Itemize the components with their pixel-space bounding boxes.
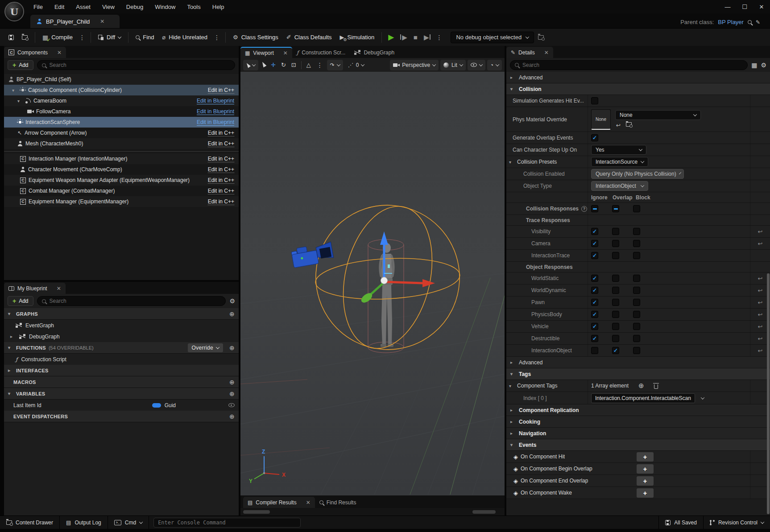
block-checkbox[interactable] (633, 323, 640, 330)
camera-actor[interactable] (291, 242, 334, 268)
perspective-dropdown[interactable]: Perspective (390, 60, 439, 70)
functions-section-header[interactable]: ▾ FUNCTIONS (54 OVERRIDABLE) Override ⊕ (4, 342, 239, 354)
play-options-icon[interactable]: ⋮ (434, 34, 444, 41)
output-log-button[interactable]: ▤ Output Log (60, 516, 108, 529)
close-icon[interactable]: ✕ (283, 50, 288, 56)
block-checkbox[interactable] (633, 299, 640, 306)
horizontal-scrollbar[interactable] (472, 510, 496, 514)
use-selected-asset-icon[interactable]: ↩ (616, 122, 621, 128)
add-variable-icon[interactable]: ⊕ (229, 390, 235, 397)
find-button[interactable]: Find (132, 31, 158, 44)
ignore-checkbox[interactable] (591, 252, 598, 259)
close-icon[interactable]: ✕ (306, 499, 310, 506)
component-row-equipment-weapon-manager[interactable]: C Equipment Weapon Manager Adapter (Equi… (4, 175, 239, 186)
debug-graph-item[interactable]: ▸ DebugGraph (4, 331, 239, 342)
asset-tab-bp-player-child[interactable]: BP_Player_Child ✕ (30, 15, 120, 28)
advanced-section-toggle[interactable]: ▸ Advanced (506, 72, 770, 83)
content-drawer-button[interactable]: Content Drawer (0, 516, 60, 529)
revert-icon[interactable]: ↩ (758, 311, 763, 318)
chevron-down-icon[interactable]: ▾ (8, 345, 13, 350)
menu-tools[interactable]: Tools (182, 2, 205, 12)
block-checkbox[interactable] (633, 287, 640, 294)
cooking-toggle[interactable]: ▸ Cooking (506, 416, 770, 428)
chevron-right-icon[interactable]: ▸ (8, 368, 13, 373)
block-checkbox[interactable] (633, 205, 640, 212)
show-flags-dropdown[interactable] (468, 60, 485, 70)
close-icon[interactable]: ✕ (753, 4, 770, 10)
overlap-checkbox[interactable] (612, 275, 619, 282)
checkbox[interactable] (591, 97, 598, 104)
component-row-mesh[interactable]: Mesh (CharacterMesh0) Edit in C++ (4, 138, 239, 149)
menu-window[interactable]: Window (150, 2, 180, 12)
overlap-checkbox[interactable] (612, 205, 619, 212)
cmd-dropdown[interactable]: >_ Cmd (108, 516, 149, 529)
menu-asset[interactable]: Asset (71, 2, 95, 12)
close-tab-icon[interactable]: ✕ (100, 18, 104, 25)
minimize-icon[interactable]: — (719, 4, 736, 10)
close-icon[interactable]: ✕ (544, 49, 549, 56)
parent-class-link[interactable]: BP Player (718, 19, 744, 25)
override-dropdown[interactable]: Override (188, 343, 223, 352)
menu-edit[interactable]: Edit (50, 2, 69, 12)
details-tab[interactable]: ✎ Details ✕ (506, 47, 553, 58)
browse-debug-object-button[interactable] (534, 31, 548, 44)
close-icon[interactable]: ✕ (57, 285, 61, 292)
component-row-capsule[interactable]: ▾ Capsule Component (CollisionCylinder) … (4, 85, 239, 95)
event-graph-item[interactable]: EventGraph (4, 320, 239, 331)
construction-script-tab[interactable]: ƒ Construction Scr... (292, 47, 350, 58)
collision-enabled-dropdown[interactable]: Query Only (No Physics Collision) (591, 169, 684, 179)
construction-script-item[interactable]: ƒ Construction Script (4, 354, 239, 365)
block-checkbox[interactable] (633, 252, 640, 259)
overlap-checkbox[interactable] (612, 311, 619, 318)
rotation-snap-dropdown[interactable]: ↷ (327, 60, 343, 70)
add-event-button[interactable]: + (637, 488, 654, 498)
camera-speed-dropdown[interactable] (243, 60, 258, 70)
ignore-checkbox[interactable] (591, 205, 598, 212)
move-tool-icon[interactable]: ✛ (269, 62, 277, 68)
add-event-button[interactable]: + (637, 476, 654, 486)
transform-gizmo[interactable] (360, 231, 435, 305)
overlap-checkbox[interactable] (612, 240, 619, 247)
revert-icon[interactable]: ↩ (758, 347, 763, 354)
gear-icon[interactable]: ⚙ (761, 62, 766, 69)
scale-snap-dropdown[interactable]: ⋰ 0 (345, 60, 368, 70)
step-up-dropdown[interactable]: Yes (591, 145, 646, 155)
compile-options-icon[interactable]: ⋮ (77, 34, 87, 41)
class-settings-button[interactable]: ⚙ Class Settings (229, 31, 282, 44)
viewport-tab[interactable]: ▦ Viewport ✕ (240, 47, 292, 58)
edit-in-cpp-link[interactable]: Edit in C++ (208, 188, 234, 194)
components-search-input[interactable]: Search (37, 60, 235, 70)
ignore-checkbox[interactable] (591, 311, 598, 318)
interfaces-section-header[interactable]: ▸ INTERFACES (4, 365, 239, 376)
revert-icon[interactable]: ↩ (758, 323, 763, 330)
console-command-input[interactable] (153, 518, 301, 528)
block-checkbox[interactable] (633, 228, 640, 235)
chevron-down-icon[interactable] (701, 396, 704, 399)
revision-control-dropdown[interactable]: Revision Control (703, 516, 770, 529)
edit-in-cpp-link[interactable]: Edit in C++ (208, 166, 234, 173)
chevron-down-icon[interactable]: ▾ (509, 160, 514, 165)
component-replication-toggle[interactable]: ▸ Component Replication (506, 404, 770, 416)
overlap-checkbox[interactable] (612, 335, 619, 342)
edit-in-cpp-link[interactable]: Edit in C++ (208, 177, 234, 184)
all-saved-button[interactable]: All Saved (658, 516, 703, 529)
component-row-self[interactable]: BP_Player_Child (Self) (4, 74, 239, 85)
tags-section-header[interactable]: ▾ Tags (506, 368, 770, 380)
compile-button[interactable]: ▦ Compile (38, 31, 77, 44)
checkbox[interactable] (591, 134, 598, 141)
advanced-collision-toggle[interactable]: ▸ Advanced (506, 357, 770, 368)
component-row-character-movement[interactable]: Character Movement (CharMoveComp) Edit i… (4, 164, 239, 175)
stop-button[interactable]: ■ (410, 33, 421, 41)
overlap-checkbox[interactable] (612, 252, 619, 259)
add-function-icon[interactable]: ⊕ (229, 344, 235, 351)
components-tab[interactable]: C Components ✕ (4, 47, 66, 58)
simulation-button[interactable]: ▶ Simulation (336, 31, 379, 44)
collision-section-header[interactable]: ▾ Collision (506, 83, 770, 95)
add-event-dispatcher-icon[interactable]: ⊕ (229, 413, 235, 420)
my-blueprint-search-input[interactable]: Search (37, 296, 226, 306)
display-filter-icon[interactable]: ▦ (751, 62, 757, 69)
macros-section-header[interactable]: MACROS ⊕ (4, 376, 239, 388)
scale-tool-icon[interactable]: ⊡ (290, 62, 298, 68)
edit-in-cpp-link[interactable]: Edit in C++ (208, 198, 234, 205)
ignore-checkbox[interactable] (591, 323, 598, 330)
